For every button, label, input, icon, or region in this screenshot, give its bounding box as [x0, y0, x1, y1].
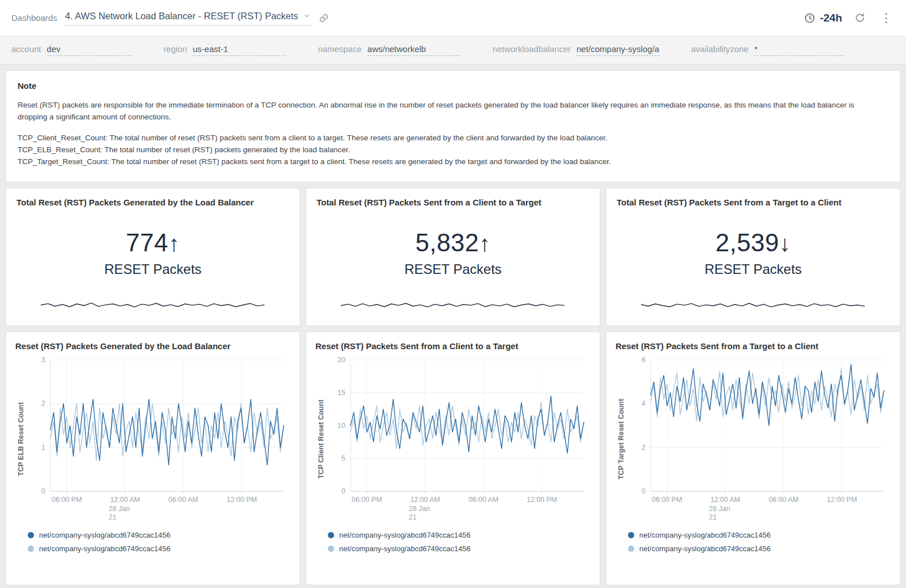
filter-account[interactable]: account dev — [11, 44, 132, 56]
legend-label: net/company-syslog/abcd6749ccac1456 — [339, 544, 471, 553]
svg-text:06:00 AM: 06:00 AM — [768, 496, 798, 504]
panel-title: Total Reset (RST) Packets Generated by t… — [16, 198, 289, 207]
legend-label: net/company-syslog/abcd6749ccac1456 — [39, 544, 170, 553]
filter-region[interactable]: region us-east-1 — [164, 44, 287, 56]
sparkline — [341, 299, 565, 311]
legend-item[interactable]: net/company-syslog/abcd6749ccac1456 — [628, 544, 892, 553]
stat-value-block: 774↑ RESET Packets — [16, 207, 289, 299]
y-axis-label: TCP Client Reset Count — [315, 354, 327, 524]
chart-area: TCP Client Reset Count 0510152006:00 PM1… — [315, 354, 592, 524]
legend-item[interactable]: net/company-syslog/abcd6749ccac1456 — [28, 544, 292, 553]
svg-text:21: 21 — [709, 513, 717, 521]
series-color-dot — [328, 546, 334, 552]
svg-text:2: 2 — [642, 443, 646, 451]
kebab-menu-icon[interactable]: ⋮ — [878, 12, 895, 24]
svg-text:2: 2 — [41, 400, 45, 407]
note-panel: Note Reset (RST) packets are responsible… — [6, 70, 900, 182]
svg-text:10: 10 — [337, 422, 345, 430]
filter-networkloadbalancer[interactable]: networkloadbalancer net/company-syslog/a — [493, 44, 659, 56]
trend-up-icon: ↑ — [479, 231, 491, 256]
chart-panel-target-reset: Reset (RST) Packets Sent from a Target t… — [606, 332, 900, 585]
stats-row: Total Reset (RST) Packets Generated by t… — [6, 188, 900, 326]
stat-value: 5,832↑ — [415, 229, 490, 257]
series-color-dot — [28, 532, 34, 538]
svg-text:06:00 PM: 06:00 PM — [652, 496, 682, 504]
svg-text:6: 6 — [642, 356, 646, 364]
svg-text:21: 21 — [109, 513, 117, 521]
svg-text:06:00 PM: 06:00 PM — [352, 496, 382, 504]
time-range-control[interactable]: -24h — [804, 12, 842, 24]
y-axis-label: TCP ELB Reset Count — [15, 354, 27, 524]
svg-text:12:00 PM: 12:00 PM — [827, 496, 857, 504]
series-color-dot — [328, 532, 334, 538]
topbar-actions: -24h ⋮ — [804, 12, 895, 24]
chart-panel-client-reset: Reset (RST) Packets Sent from a Client t… — [306, 332, 600, 585]
stat-value: 774↑ — [126, 229, 180, 257]
filter-value[interactable]: aws/networkelb — [367, 44, 461, 56]
dashboard-app: Dashboards 4. AWS Network Load Balancer … — [0, 0, 906, 588]
note-definition: TCP_Target_Reset_Count: The total number… — [18, 156, 888, 168]
series-color-dot — [628, 532, 634, 538]
stat-unit: RESET Packets — [704, 261, 802, 277]
legend-item[interactable]: net/company-syslog/abcd6749ccac1456 — [28, 531, 292, 539]
panel-title: Reset (RST) Packets Generated by the Loa… — [15, 341, 292, 351]
svg-text:12:00 AM: 12:00 AM — [110, 496, 140, 504]
legend-label: net/company-syslog/abcd6749ccac1456 — [639, 544, 771, 553]
clock-icon — [804, 12, 815, 24]
time-range-label: -24h — [820, 12, 842, 24]
chart-legend: net/company-syslog/abcd6749ccac1456 net/… — [15, 531, 292, 553]
svg-text:06:00 AM: 06:00 AM — [168, 496, 198, 504]
chart-canvas: 024606:00 PM12:00 AM28 Jan2106:00 AM12:0… — [627, 354, 892, 524]
chevron-down-icon — [303, 12, 311, 20]
refresh-icon[interactable] — [854, 12, 865, 23]
svg-text:12:00 PM: 12:00 PM — [527, 496, 557, 504]
chart-legend: net/company-syslog/abcd6749ccac1456 net/… — [616, 531, 892, 553]
legend-label: net/company-syslog/abcd6749ccac1456 — [39, 531, 170, 539]
charts-row: Reset (RST) Packets Generated by the Loa… — [6, 332, 900, 585]
chart-canvas: 0510152006:00 PM12:00 AM28 Jan2106:00 AM… — [327, 354, 592, 524]
filter-value[interactable]: net/company-syslog/a — [576, 44, 659, 56]
stat-panel-elb-reset: Total Reset (RST) Packets Generated by t… — [6, 188, 300, 326]
svg-text:4: 4 — [642, 400, 646, 407]
svg-text:0: 0 — [41, 487, 45, 495]
filter-value[interactable]: us-east-1 — [193, 44, 286, 56]
legend-label: net/company-syslog/abcd6749ccac1456 — [339, 531, 471, 539]
series-color-dot — [28, 546, 34, 552]
stat-value: 2,539↓ — [715, 229, 790, 257]
link-icon[interactable] — [319, 13, 329, 23]
svg-text:20: 20 — [337, 356, 345, 364]
svg-text:3: 3 — [41, 356, 45, 364]
svg-text:12:00 AM: 12:00 AM — [410, 496, 440, 504]
chart-panel-elb-reset: Reset (RST) Packets Generated by the Loa… — [6, 332, 300, 585]
sparkline — [641, 299, 865, 311]
stat-unit: RESET Packets — [104, 261, 202, 277]
panel-title: Reset (RST) Packets Sent from a Client t… — [315, 341, 592, 351]
top-bar: Dashboards 4. AWS Network Load Balancer … — [0, 0, 906, 36]
svg-text:0: 0 — [642, 487, 646, 495]
filter-label: availabilityzone — [691, 44, 749, 54]
svg-text:21: 21 — [409, 513, 417, 521]
filter-namespace[interactable]: namespace aws/networkelb — [318, 44, 461, 56]
filter-label: networkloadbalancer — [493, 44, 571, 54]
sparkline — [41, 299, 264, 311]
filter-availabilityzone[interactable]: availabilityzone * — [691, 44, 845, 56]
note-definition: TCP_Client_Reset_Count: The total number… — [18, 132, 888, 144]
filter-value[interactable]: dev — [47, 44, 132, 56]
svg-text:06:00 AM: 06:00 AM — [468, 496, 498, 504]
series-color-dot — [628, 546, 634, 552]
trend-down-icon: ↓ — [779, 231, 791, 256]
filter-label: account — [11, 44, 41, 54]
legend-item[interactable]: net/company-syslog/abcd6749ccac1456 — [328, 531, 592, 539]
stat-value-block: 2,539↓ RESET Packets — [617, 207, 890, 299]
chart-canvas: 012306:00 PM12:00 AM28 Jan2106:00 AM12:0… — [27, 354, 292, 524]
legend-item[interactable]: net/company-syslog/abcd6749ccac1456 — [328, 544, 592, 553]
stat-value-block: 5,832↑ RESET Packets — [317, 207, 589, 299]
breadcrumb[interactable]: Dashboards — [11, 13, 57, 23]
svg-text:0: 0 — [341, 487, 345, 495]
legend-item[interactable]: net/company-syslog/abcd6749ccac1456 — [628, 531, 892, 539]
note-definition: TCP_ELB_Reset_Count: The total number of… — [18, 144, 888, 156]
legend-label: net/company-syslog/abcd6749ccac1456 — [639, 531, 771, 539]
filter-label: namespace — [318, 44, 362, 54]
filter-value[interactable]: * — [754, 44, 845, 56]
dashboard-title-dropdown[interactable]: 4. AWS Network Load Balancer - RESET (RS… — [65, 11, 311, 25]
